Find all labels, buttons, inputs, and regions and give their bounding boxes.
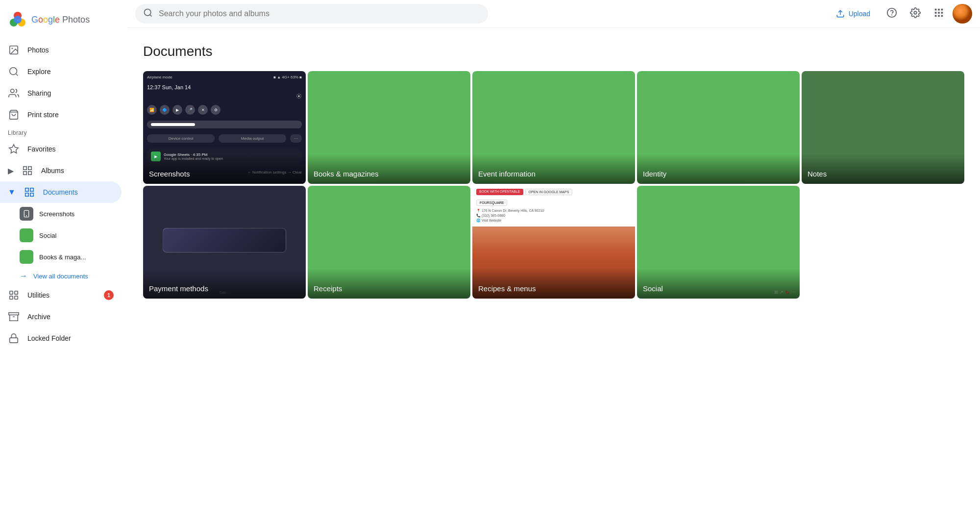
avatar-image <box>953 4 972 24</box>
svg-rect-41 <box>938 15 940 17</box>
svg-rect-23 <box>15 296 18 299</box>
main-content: Upload <box>127 0 980 529</box>
library-section-label: Library <box>0 126 127 138</box>
archive-icon <box>8 311 20 323</box>
sidebar-subitem-social[interactable]: Social <box>0 225 122 246</box>
recipe-card-header: BOOK WITH OPENTABLE OPEN IN GOOGLE MAPS … <box>472 186 635 227</box>
card-identity[interactable]: Identity <box>637 71 800 184</box>
utilities-icon <box>8 289 20 301</box>
card-recipes-menus[interactable]: BOOK WITH OPENTABLE OPEN IN GOOGLE MAPS … <box>472 186 635 299</box>
card-notes[interactable]: Notes <box>802 71 964 184</box>
svg-rect-13 <box>28 172 31 175</box>
utilities-badge: 1 <box>104 290 114 300</box>
svg-marker-10 <box>9 145 18 153</box>
bag-icon <box>8 109 20 121</box>
screenshots-sub-icon <box>20 207 33 221</box>
ss-controls: Device control Media output ⋯ <box>147 134 302 143</box>
view-all-documents-link[interactable]: → View all documents <box>0 268 127 284</box>
sidebar-item-locked-folder[interactable]: Locked Folder <box>0 327 122 349</box>
svg-rect-39 <box>941 12 943 14</box>
svg-rect-21 <box>10 291 13 294</box>
svg-rect-22 <box>15 291 18 294</box>
sidebar-item-archive[interactable]: Archive <box>0 306 122 327</box>
apps-button[interactable] <box>929 4 949 24</box>
sidebar-item-documents[interactable]: ▼ Documents <box>0 181 122 203</box>
search-bar[interactable] <box>135 4 488 24</box>
sidebar-item-print-store[interactable]: Print store <box>0 104 122 126</box>
ss-status-bar: Airplane mode ■ ▲ 4G+ 63% ■ <box>147 75 302 79</box>
topbar: Upload <box>127 0 980 28</box>
recipes-card-label: Recipes & menus <box>472 269 635 299</box>
sidebar-item-utilities[interactable]: Utilities 1 <box>0 284 122 306</box>
svg-rect-18 <box>25 193 28 196</box>
svg-rect-38 <box>938 12 940 14</box>
card-books-magazines[interactable]: Books & magazines <box>308 71 470 184</box>
search-input[interactable] <box>159 9 480 18</box>
explore-icon <box>8 66 20 77</box>
google-photos-logo-icon <box>8 10 27 29</box>
card-social[interactable]: ⊞ ↗ 🔖 ⋯ Social <box>637 186 800 299</box>
svg-rect-42 <box>941 15 943 17</box>
svg-point-3 <box>14 16 22 24</box>
svg-line-29 <box>150 15 152 17</box>
card-screenshots[interactable]: Airplane mode ■ ▲ 4G+ 63% ■ 12:37 Sun, J… <box>143 71 306 184</box>
card-payment-methods[interactable]: Cap... Payment methods <box>143 186 306 299</box>
sidebar-item-sharing[interactable]: Sharing <box>0 82 122 104</box>
apps-icon <box>933 7 944 21</box>
sidebar-subitem-screenshots[interactable]: Screenshots <box>0 203 122 225</box>
svg-rect-15 <box>25 188 28 191</box>
help-icon <box>886 7 897 21</box>
svg-rect-11 <box>24 167 26 170</box>
view-all-label: View all documents <box>33 273 88 280</box>
documents-icon <box>24 186 35 198</box>
screenshots-card-label: Screenshots <box>143 154 306 184</box>
sidebar-item-explore[interactable]: Explore <box>0 61 122 82</box>
svg-point-33 <box>914 11 917 14</box>
topbar-actions: Upload <box>828 4 972 24</box>
sidebar: Google Google PhotosPhotos Photos Explor… <box>0 0 127 529</box>
svg-rect-14 <box>24 172 26 175</box>
app-title: Google Google PhotosPhotos <box>31 15 90 25</box>
svg-rect-12 <box>28 167 31 170</box>
ss-quick-settings: 📶 🔷 ▶ 🎤 ✕ ⚙ <box>147 105 302 115</box>
explore-label: Explore <box>27 68 50 76</box>
payment-card-label: Payment methods <box>143 269 306 299</box>
svg-rect-40 <box>935 15 937 17</box>
star-icon <box>8 143 20 155</box>
utilities-label: Utilities <box>27 291 49 299</box>
settings-button[interactable] <box>906 4 925 24</box>
svg-point-5 <box>11 48 13 49</box>
document-grid: Airplane mode ■ ▲ 4G+ 63% ■ 12:37 Sun, J… <box>143 71 964 299</box>
albums-label: Albums <box>41 167 64 175</box>
svg-point-6 <box>10 68 17 75</box>
avatar[interactable] <box>953 4 972 24</box>
svg-rect-17 <box>30 193 33 196</box>
sidebar-item-photos[interactable]: Photos <box>0 39 122 61</box>
ss-date: 12:37 Sun, Jan 14 <box>147 84 302 90</box>
svg-rect-25 <box>9 313 19 315</box>
svg-point-28 <box>145 9 151 16</box>
svg-point-8 <box>11 89 14 93</box>
books-sub-label: Books & maga... <box>39 253 86 261</box>
svg-rect-34 <box>935 8 937 10</box>
sidebar-item-albums[interactable]: ▶ Albums <box>0 160 122 181</box>
search-icon <box>143 8 153 20</box>
event-card-label: Event information <box>472 154 635 184</box>
identity-card-label: Identity <box>637 154 800 184</box>
card-receipts[interactable]: Receipts <box>308 186 470 299</box>
card-event-information[interactable]: Event information <box>472 71 635 184</box>
settings-icon <box>910 7 921 21</box>
albums-expand-icon: ▶ <box>8 166 14 176</box>
receipts-card-label: Receipts <box>308 269 470 299</box>
upload-button[interactable]: Upload <box>828 5 878 22</box>
sidebar-subitem-books[interactable]: Books & maga... <box>0 246 122 268</box>
help-button[interactable] <box>882 4 902 24</box>
svg-rect-35 <box>938 8 940 10</box>
sidebar-item-favorites[interactable]: Favorites <box>0 138 122 160</box>
screenshots-sub-label: Screenshots <box>39 210 74 218</box>
lock-icon <box>8 332 20 344</box>
svg-rect-16 <box>30 188 33 191</box>
people-icon <box>8 87 20 99</box>
photo-icon <box>8 44 20 56</box>
sharing-label: Sharing <box>27 89 51 97</box>
